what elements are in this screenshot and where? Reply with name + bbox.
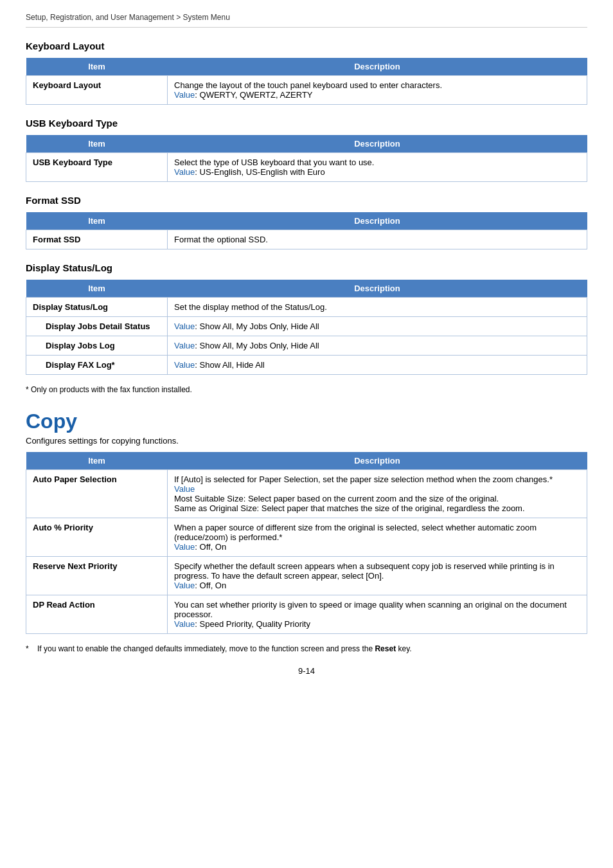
keyboard-layout-col-desc: Description <box>168 58 587 76</box>
usb-keyboard-table: Item Description USB Keyboard Type Selec… <box>26 135 587 182</box>
auto-priority-desc: When a paper source of different size fr… <box>168 518 587 557</box>
copy-title: Copy <box>26 410 587 433</box>
keyboard-layout-value: QWERTY, QWERTZ, AZERTY <box>200 90 313 100</box>
format-ssd-desc: Format the optional SSD. <box>168 230 587 249</box>
usb-keyboard-section: USB Keyboard Type Item Description USB K… <box>26 118 587 182</box>
display-fax-log-item: Display FAX Log* <box>26 356 168 375</box>
table-row: Display FAX Log* Value: Show All, Hide A… <box>26 356 587 375</box>
display-jobs-detail-value-label: Value <box>174 321 195 331</box>
usb-keyboard-desc: Select the type of USB keyboard that you… <box>168 153 587 182</box>
display-status-footnote: * Only on products with the fax function… <box>26 385 587 394</box>
dp-read-value: Speed Priority, Quality Priority <box>200 619 310 629</box>
display-jobs-detail-value: Show All, My Jobs Only, Hide All <box>200 321 319 331</box>
copy-section: Copy Configures settings for copying fun… <box>26 410 587 653</box>
usb-keyboard-col-item: Item <box>26 135 168 153</box>
display-jobs-detail-item: Display Jobs Detail Status <box>26 317 168 336</box>
auto-paper-value-line2: Same as Original Size: Select paper that… <box>174 503 525 513</box>
display-status-title: Display Status/Log <box>26 262 587 273</box>
display-status-desc: Set the display method of the Status/Log… <box>168 298 587 317</box>
display-status-section: Display Status/Log Item Description Disp… <box>26 262 587 394</box>
display-jobs-log-desc: Value: Show All, My Jobs Only, Hide All <box>168 336 587 356</box>
display-fax-log-desc: Value: Show All, Hide All <box>168 356 587 375</box>
table-row: Display Status/Log Set the display metho… <box>26 298 587 317</box>
display-status-col-item: Item <box>26 280 168 298</box>
dp-read-desc: You can set whether priority is given to… <box>168 595 587 634</box>
table-row: DP Read Action You can set whether prior… <box>26 595 587 634</box>
copy-subtitle: Configures settings for copying function… <box>26 436 587 446</box>
auto-priority-value: Off, On <box>200 542 227 552</box>
keyboard-layout-col-item: Item <box>26 58 168 76</box>
copy-table: Item Description Auto Paper Selection If… <box>26 452 587 634</box>
dp-read-value-label: Value <box>174 619 195 629</box>
usb-keyboard-value-colon: : <box>195 167 199 177</box>
usb-keyboard-title: USB Keyboard Type <box>26 118 587 129</box>
display-jobs-detail-desc: Value: Show All, My Jobs Only, Hide All <box>168 317 587 336</box>
keyboard-layout-value-label: Value <box>174 90 195 100</box>
keyboard-layout-item: Keyboard Layout <box>26 76 168 105</box>
keyboard-layout-value-colon: : <box>195 90 199 100</box>
reserve-next-value: Off, On <box>200 581 227 590</box>
keyboard-layout-table: Item Description Keyboard Layout Change … <box>26 58 587 105</box>
table-row: Keyboard Layout Change the layout of the… <box>26 76 587 105</box>
usb-keyboard-value: US-English, US-English with Euro <box>200 167 325 177</box>
copy-col-desc: Description <box>168 452 587 470</box>
format-ssd-col-desc: Description <box>168 212 587 230</box>
table-row: Display Jobs Log Value: Show All, My Job… <box>26 336 587 356</box>
format-ssd-item: Format SSD <box>26 230 168 249</box>
format-ssd-col-item: Item <box>26 212 168 230</box>
reserve-next-item: Reserve Next Priority <box>26 557 168 595</box>
format-ssd-table: Item Description Format SSD Format the o… <box>26 212 587 249</box>
keyboard-layout-desc: Change the layout of the touch panel key… <box>168 76 587 105</box>
table-row: Auto Paper Selection If [Auto] is select… <box>26 470 587 518</box>
table-row: Format SSD Format the optional SSD. <box>26 230 587 249</box>
display-status-table: Item Description Display Status/Log Set … <box>26 280 587 375</box>
auto-paper-desc: If [Auto] is selected for Paper Selectio… <box>168 470 587 518</box>
format-ssd-title: Format SSD <box>26 195 587 206</box>
breadcrumb: Setup, Registration, and User Management… <box>26 13 587 28</box>
reserve-next-value-label: Value <box>174 581 195 590</box>
format-ssd-section: Format SSD Item Description Format SSD F… <box>26 195 587 249</box>
display-fax-log-value: Show All, Hide All <box>200 360 265 370</box>
auto-paper-item: Auto Paper Selection <box>26 470 168 518</box>
table-row: Display Jobs Detail Status Value: Show A… <box>26 317 587 336</box>
keyboard-layout-title: Keyboard Layout <box>26 41 587 51</box>
auto-priority-item: Auto % Priority <box>26 518 168 557</box>
usb-keyboard-col-desc: Description <box>168 135 587 153</box>
copy-footnote: * If you want to enable the changed defa… <box>26 644 587 653</box>
auto-priority-value-label: Value <box>174 542 195 552</box>
reserve-next-desc: Specify whether the default screen appea… <box>168 557 587 595</box>
copy-col-item: Item <box>26 452 168 470</box>
display-fax-log-value-label: Value <box>174 360 195 370</box>
table-row: Auto % Priority When a paper source of d… <box>26 518 587 557</box>
usb-keyboard-item: USB Keyboard Type <box>26 153 168 182</box>
keyboard-layout-section: Keyboard Layout Item Description Keyboar… <box>26 41 587 105</box>
auto-paper-value-standalone: Value <box>174 484 195 494</box>
display-jobs-log-value: Show All, My Jobs Only, Hide All <box>200 341 319 350</box>
auto-paper-value-line1: Most Suitable Size: Select paper based o… <box>174 494 499 503</box>
display-status-item: Display Status/Log <box>26 298 168 317</box>
dp-read-item: DP Read Action <box>26 595 168 634</box>
usb-keyboard-value-label: Value <box>174 167 195 177</box>
page-number: 9-14 <box>26 666 587 676</box>
display-jobs-log-item: Display Jobs Log <box>26 336 168 356</box>
display-status-col-desc: Description <box>168 280 587 298</box>
table-row: Reserve Next Priority Specify whether th… <box>26 557 587 595</box>
display-jobs-log-value-label: Value <box>174 341 195 350</box>
table-row: USB Keyboard Type Select the type of USB… <box>26 153 587 182</box>
